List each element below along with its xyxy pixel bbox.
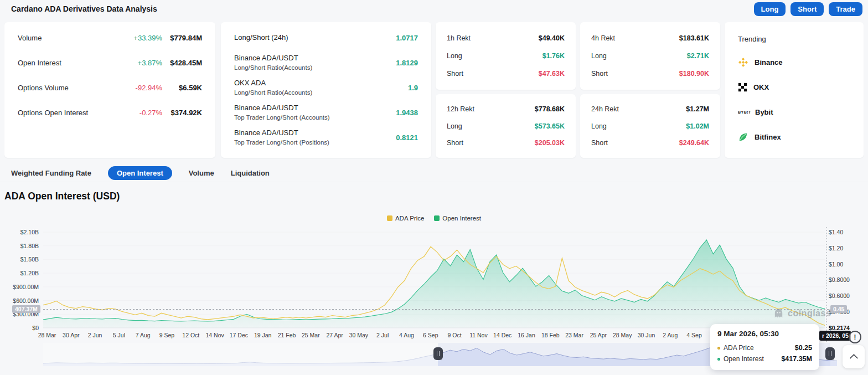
y-axis-right-label: $1.40 xyxy=(829,229,843,235)
rekt-card-4h: 4h Rekt$183.61K Long$2.71K Short$180.90K xyxy=(580,22,720,90)
tooltip-row-price: ADA Price $0.25 xyxy=(717,342,812,353)
change-value: +33.39% xyxy=(133,34,162,42)
price-dot-icon xyxy=(717,347,720,350)
tab-liquidation[interactable]: Liquidation xyxy=(231,166,270,180)
page-title: Cardano ADA Derivatives Data Analysis xyxy=(11,4,157,13)
ratio-row[interactable]: OKX ADA Long/Short Ratio(Accounts) 1.9 xyxy=(234,75,418,100)
stat-row-open-interest[interactable]: Open Interest +3.87% $428.45M xyxy=(18,50,202,75)
trending-item-bitfinex[interactable]: Bitfinex xyxy=(738,125,850,150)
trending-item-okx[interactable]: OKX xyxy=(738,75,850,100)
navigator-right-handle[interactable] xyxy=(825,347,835,360)
oi-dot-icon xyxy=(717,358,720,361)
header-buttons: Long Short Trade xyxy=(754,2,862,16)
tab-open-interest[interactable]: Open Interest xyxy=(108,166,172,180)
ratio-row[interactable]: Binance ADA/USDT Long/Short Ratio(Accoun… xyxy=(234,50,418,75)
legend-swatch-oi xyxy=(434,215,440,221)
chevron-up-icon xyxy=(849,354,858,363)
y-axis-left-label: $600.00M xyxy=(1,297,39,304)
tab-volume[interactable]: Volume xyxy=(189,166,214,180)
tooltip-row-oi: Open Interest $417.35M xyxy=(717,353,812,364)
y-axis-left-label: $0 xyxy=(1,325,39,331)
long-button[interactable]: Long xyxy=(754,2,786,16)
y-axis-left-label: $2.10B xyxy=(1,229,39,235)
oi-last-value-badge: 407.37M xyxy=(12,305,40,313)
change-value: -92.94% xyxy=(136,84,162,92)
alert-icon[interactable]: ! xyxy=(849,331,861,343)
chart-title: ADA Open Interest (USD) xyxy=(4,191,120,202)
legend-swatch-price xyxy=(387,215,392,221)
stat-row-options-open-interest[interactable]: Options Open Interest -0.27% $374.92K xyxy=(18,100,202,125)
ratios-card: Long/Short (24h) 1.0717 Binance ADA/USDT… xyxy=(221,22,431,158)
crosshair-date-label: r 2026, 05: xyxy=(819,331,851,341)
legend-item-ada-price[interactable]: ADA Price xyxy=(387,215,424,222)
price-axis-badge: 0.45 xyxy=(830,305,847,313)
trending-title: Trending xyxy=(738,28,850,50)
y-axis-right-label: $1.00 xyxy=(829,261,843,268)
tooltip-date: 9 Mar 2026, 05:30 xyxy=(717,330,812,338)
rekt-card-24h: 24h Rekt$1.27M Long$1.02M Short$249.64K xyxy=(580,94,720,158)
coinglass-watermark: coinglass xyxy=(773,307,831,319)
y-axis-right-label: $1.20 xyxy=(829,245,843,251)
trending-item-binance[interactable]: Binance xyxy=(738,50,850,75)
stat-row-volume[interactable]: Volume +33.39% $779.84M xyxy=(18,25,202,50)
okx-icon xyxy=(738,83,747,92)
y-axis-right-label: $0.6000 xyxy=(829,292,850,299)
binance-icon xyxy=(738,57,748,68)
chart-tooltip: 9 Mar 2026, 05:30 ADA Price $0.25 Open I… xyxy=(710,324,819,370)
ratio-row[interactable]: Binance ADA/USDT Top Trader Long/Short (… xyxy=(234,125,418,150)
ghost-icon xyxy=(773,307,784,319)
y-axis-left-label: $1.80B xyxy=(1,243,39,249)
trade-button[interactable]: Trade xyxy=(829,2,862,16)
y-axis-left-label: $900.00M xyxy=(1,284,39,290)
open-interest-chart[interactable]: coinglass 407.37M 0.45 r 2026, 05: ! 9 M… xyxy=(0,224,868,375)
stats-card: Volume +33.39% $779.84M Open Interest +3… xyxy=(4,22,215,158)
y-axis-right-label: $0.8000 xyxy=(829,276,850,283)
change-value: +3.87% xyxy=(138,59,162,67)
collapse-button[interactable] xyxy=(843,345,865,368)
change-value: -0.27% xyxy=(140,109,162,117)
legend-item-open-interest[interactable]: Open Interest xyxy=(434,215,481,222)
ratio-row[interactable]: Long/Short (24h) 1.0717 xyxy=(234,25,418,50)
y-axis-left-label: $1.50B xyxy=(1,256,39,263)
rekt-card-1h: 1h Rekt$49.40K Long$1.76K Short$47.63K xyxy=(436,22,576,90)
rekt-card-12h: 12h Rekt$778.68K Long$573.65K Short$205.… xyxy=(436,94,576,158)
bitfinex-icon xyxy=(738,132,748,142)
chart-tabs: Weighted Funding Rate Open Interest Volu… xyxy=(0,165,868,182)
page: Cardano ADA Derivatives Data Analysis Lo… xyxy=(0,0,868,375)
stat-row-options-volume[interactable]: Options Volume -92.94% $6.59K xyxy=(18,75,202,100)
tab-weighted-funding-rate[interactable]: Weighted Funding Rate xyxy=(11,166,91,180)
chart-legend: ADA Price Open Interest xyxy=(0,215,868,222)
x-axis-label: 4 Sep xyxy=(678,332,711,338)
trending-item-bybit[interactable]: BYB!T Bybit xyxy=(738,100,850,125)
bybit-icon: BYB!T xyxy=(738,110,749,114)
ratio-row[interactable]: Binance ADA/USDT Top Trader Long/Short (… xyxy=(234,100,418,125)
trending-card: Trending Binance xyxy=(725,22,864,158)
y-axis-left-label: $1.20B xyxy=(1,270,39,276)
short-button[interactable]: Short xyxy=(790,2,824,16)
navigator-left-handle[interactable] xyxy=(433,347,443,360)
